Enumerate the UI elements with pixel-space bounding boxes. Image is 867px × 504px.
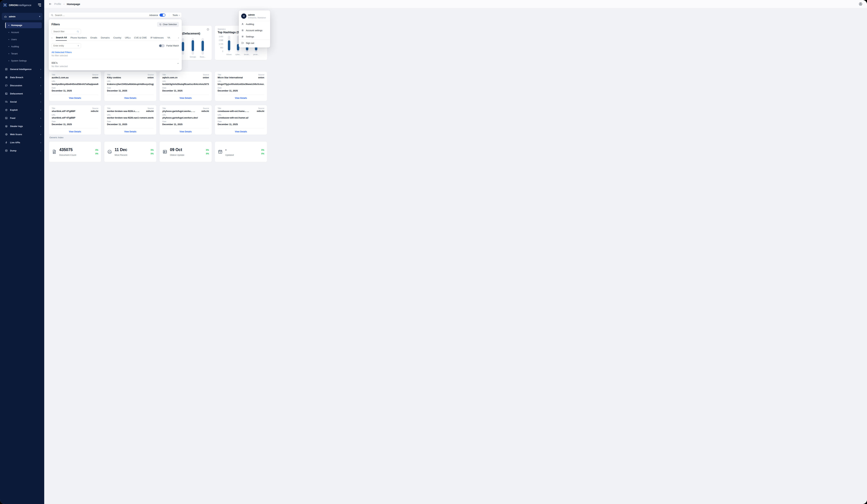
result-url: worker-broken-sea-9226.nan1-romero.worke…	[107, 117, 154, 119]
result-date: December 11, 2025	[52, 123, 98, 125]
sidebar-item-tenant[interactable]: Tenant	[5, 51, 42, 57]
tab-emails[interactable]: Emails	[90, 36, 97, 41]
date-label: Date	[107, 87, 154, 89]
generic-index-row: 435075 Document Count 0% 0% 24 11 Dec Mo…	[49, 141, 267, 154]
iocs-section-toggle[interactable]: IOC's ⌄	[52, 62, 179, 64]
source-label: Source	[148, 74, 154, 76]
nav-label: Web Scans	[10, 133, 22, 136]
menu-item-sign-out[interactable]: Sign out	[239, 40, 270, 46]
filter-search-input[interactable]	[53, 30, 77, 33]
tools-button[interactable]: Tools›	[172, 14, 180, 17]
orion-logo-icon	[3, 3, 7, 7]
stat-percent: 0%	[151, 149, 154, 151]
user-menu-header: admin Enterprise, Maintainer	[239, 12, 270, 21]
breadcrumb-parent[interactable]: Profile	[54, 3, 61, 6]
tab-search-all[interactable]: Search All	[56, 36, 67, 41]
view-details-link[interactable]: View Details	[124, 130, 137, 133]
result-source: onion	[92, 76, 98, 79]
sidebar-item-stealer-logs[interactable]: Stealer logs›	[0, 122, 44, 130]
tab-urls[interactable]: URLs	[125, 36, 131, 41]
bar-category-label: Bawa...	[200, 56, 205, 58]
sidebar-item-exploit[interactable]: Exploit›	[0, 106, 44, 114]
nav-label: General Intelligence	[10, 68, 32, 70]
chevron-right-icon: ›	[40, 150, 41, 152]
tab-domains[interactable]: Domains	[101, 36, 110, 41]
result-card: Titleyhyhooo.gartofugni.worke... ... Sou…	[159, 105, 212, 135]
sidebar-item-general-intelligence[interactable]: General Intelligence›	[0, 65, 44, 73]
sidebar-item-web-scans[interactable]: Web Scans›	[0, 130, 44, 139]
tab-scroll-left-icon[interactable]: ‹	[52, 36, 52, 41]
sidebar-item-feed[interactable]: Feed›	[0, 114, 44, 122]
stat-percent: 0%	[151, 152, 154, 154]
topbar: Profile › Homepage	[44, 0, 271, 8]
view-details-link[interactable]: View Details	[69, 130, 81, 133]
sidebar-item-defacement[interactable]: Defacement›	[0, 90, 44, 98]
svg-text:24: 24	[109, 151, 110, 153]
view-details-link[interactable]: View Details	[235, 130, 247, 133]
source-label: Source	[203, 74, 209, 76]
view-details-link[interactable]: View Details	[180, 97, 192, 99]
y-tick: 3,450	[219, 36, 223, 37]
search-input[interactable]	[55, 14, 148, 17]
sidebar-item-label: Account	[11, 31, 19, 34]
entity-input[interactable]	[53, 45, 77, 47]
sidebar-item-live-apis[interactable]: Live APIs›	[0, 139, 44, 146]
sidebar-group-admin[interactable]: admin ▾	[2, 13, 42, 20]
sidebar-collapse-icon[interactable]	[38, 4, 41, 6]
result-card: Titleaqhch.com.cn Sourceonion URLlockbit…	[159, 72, 212, 101]
add-entity-icon[interactable]: +	[77, 44, 79, 47]
view-details-link[interactable]: View Details	[69, 97, 81, 99]
view-details-link[interactable]: View Details	[235, 97, 247, 99]
tab-country[interactable]: Country	[114, 36, 121, 41]
bullet-icon	[9, 53, 9, 54]
partial-match-toggle[interactable]	[159, 44, 165, 47]
no-filter-text: No filter selected	[52, 54, 179, 57]
title-label: Title	[52, 107, 75, 109]
tab-scroll-right-icon[interactable]: ›	[178, 36, 179, 41]
tab-phone-numbers[interactable]: Phone Numbers	[71, 36, 87, 41]
sidebar-item-social[interactable]: Social›	[0, 98, 44, 106]
sidebar-item-homepage[interactable]: Homepage	[5, 22, 42, 28]
stat-card-oldest-update: 09 Oct Oldest Update 0% 0%	[159, 141, 212, 154]
advance-toggle[interactable]	[160, 13, 165, 17]
url-label: URL	[218, 114, 264, 116]
result-card: Titleworker-broken-sea-9226.n... ... Sou…	[104, 105, 157, 135]
bar-category-label: infosec	[226, 54, 232, 55]
result-date: December 11, 2025	[218, 89, 264, 92]
sidebar-item-dump[interactable]: Dump›	[0, 146, 44, 154]
tab-yara[interactable]: YA	[167, 36, 170, 41]
result-url: blogvl7tjyjvsfthobttze52w36wwiz34hrfcmor…	[218, 83, 264, 85]
result-card: Titleausfec1.com.au Sourceonion URLtwnii…	[49, 72, 101, 101]
menu-item-label: Sign out	[246, 42, 254, 44]
title-label: Title	[107, 107, 139, 109]
result-date: December 11, 2025	[107, 89, 154, 92]
breadcrumb-separator-icon: ›	[64, 3, 64, 6]
menu-item-auditlog[interactable]: Auditlog	[239, 21, 270, 27]
back-arrow-icon[interactable]	[49, 2, 52, 6]
tab-cve-cwe[interactable]: CVE & CWE	[134, 36, 147, 41]
view-details-link[interactable]: View Details	[180, 130, 192, 133]
nav-label: Dump	[10, 149, 17, 152]
sidebar-item-system-settings[interactable]: System Settings	[5, 58, 42, 64]
search-icon	[77, 30, 79, 33]
tab-ip-addresses[interactable]: IP Addresses	[150, 36, 164, 41]
sidebar-item-account[interactable]: Account	[5, 30, 42, 35]
sidebar-item-users[interactable]: Users	[5, 36, 42, 42]
chevron-right-icon: ›	[40, 141, 41, 144]
menu-item-account-settings[interactable]: Account settings	[239, 27, 270, 33]
sidebar-item-auditlog[interactable]: Auditlog	[5, 44, 42, 50]
divider	[169, 13, 169, 17]
sidebar-item-data-breach[interactable]: Data Breach›	[0, 73, 44, 81]
view-details-link[interactable]: View Details	[124, 97, 137, 99]
sidebar-group-label: admin	[9, 15, 15, 18]
skull-icon	[5, 108, 8, 111]
bar-track	[192, 38, 194, 55]
menu-item-settings[interactable]: Settings	[239, 33, 270, 40]
bar-column: infosec	[225, 36, 234, 55]
chevron-right-icon: ›	[40, 117, 41, 119]
info-icon[interactable]	[206, 28, 209, 31]
clear-selection-button[interactable]: Clear Selection	[157, 22, 179, 27]
all-selected-filters-link[interactable]: All Selected Filters	[52, 51, 179, 54]
nav-label: Defacement	[10, 92, 23, 95]
sidebar-item-discussion[interactable]: Discussion›	[0, 81, 44, 90]
